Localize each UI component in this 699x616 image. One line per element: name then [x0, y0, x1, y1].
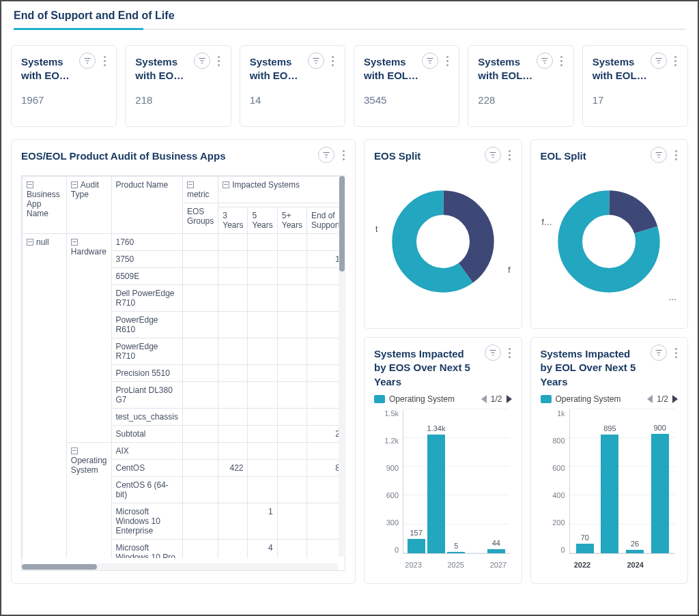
more-icon[interactable]	[328, 56, 338, 66]
donut-label-right: …	[668, 293, 676, 302]
panel-title: EOS/EOL Product Audit of Business Apps	[21, 149, 345, 163]
audit-table-header: Business App Name Audit Type Product Nam…	[23, 177, 345, 234]
legend-label: Operating System	[556, 394, 621, 404]
dashboard-frame: End of Support and End of Life Systems w…	[0, 0, 699, 616]
audit-table-body: nullHardware1760375016509EDell PowerEdge…	[23, 234, 345, 559]
audit-table[interactable]: Business App Name Audit Type Product Nam…	[22, 176, 345, 558]
donut-label-left: t	[375, 224, 377, 234]
more-icon[interactable]	[557, 56, 567, 66]
legend-label: Operating System	[389, 394, 455, 404]
header: End of Support and End of Life	[1, 1, 698, 30]
col-metric: metric	[187, 190, 210, 199]
kpi-card-3[interactable]: Systems with EOL… 3545	[354, 45, 459, 127]
kpi-card-2[interactable]: Systems with EO… 14	[240, 45, 345, 127]
kpi-card-5[interactable]: Systems with EOL… 17	[582, 45, 688, 127]
kpi-card-4[interactable]: Systems with EOL… 228	[468, 45, 573, 127]
eos-bar-chart[interactable]: 1.5k1.2k90060030001571.34k54420232025202…	[374, 409, 512, 573]
collapse-icon[interactable]	[71, 239, 78, 246]
collapse-icon[interactable]	[27, 239, 33, 246]
eol-bars-panel: Systems Impacted by EOL Over Next 5 Year…	[530, 337, 689, 584]
filter-icon[interactable]	[651, 53, 667, 69]
kpi-value: 1967	[21, 94, 106, 106]
active-tab-indicator	[14, 28, 143, 30]
collapse-icon[interactable]	[187, 181, 194, 188]
more-icon[interactable]	[339, 150, 348, 160]
more-icon[interactable]	[671, 56, 681, 66]
collapse-icon[interactable]	[27, 181, 33, 188]
legend-row: Operating System 1/2	[374, 394, 512, 404]
eol-split-panel: EOL Split f… …	[530, 139, 689, 329]
eol-bar-chart[interactable]: 1k8006004002000708952690020222024	[541, 409, 679, 573]
filter-icon[interactable]	[194, 53, 210, 69]
more-icon[interactable]	[214, 56, 224, 66]
pager: 1/2	[647, 394, 678, 404]
donut-label-left: f…	[542, 218, 552, 227]
pager-next-icon[interactable]	[507, 395, 512, 403]
legend-swatch	[374, 395, 385, 403]
kpi-value: 17	[593, 94, 678, 106]
donut-label-right: f	[508, 265, 510, 275]
pager-prev-icon[interactable]	[481, 395, 487, 403]
right-column: EOS Split t f EOL Split f… …	[364, 139, 688, 584]
kpi-value: 14	[250, 94, 335, 106]
col-y3: 3 Years	[223, 211, 243, 230]
filter-icon[interactable]	[422, 53, 438, 69]
more-icon[interactable]	[442, 56, 452, 66]
filter-icon[interactable]	[485, 147, 501, 163]
donut-svg	[392, 190, 494, 293]
pager-prev-icon[interactable]	[647, 395, 653, 403]
col-y5: 5 Years	[252, 211, 272, 230]
kpi-value: 228	[478, 94, 563, 106]
pager-text: 1/2	[657, 394, 668, 404]
eos-donut-chart[interactable]: t f	[374, 177, 512, 306]
svg-point-3	[570, 203, 648, 280]
kpi-card-1[interactable]: Systems with EO… 218	[125, 45, 231, 127]
pager: 1/2	[481, 394, 512, 404]
more-icon[interactable]	[100, 56, 109, 66]
more-icon[interactable]	[671, 348, 681, 358]
vertical-scrollbar[interactable]	[339, 176, 345, 557]
main-grid: EOS/EOL Product Audit of Business Apps B…	[1, 134, 698, 584]
col-eos-groups: EOS Groups	[187, 207, 214, 226]
svg-point-1	[404, 203, 482, 280]
kpi-value: 218	[135, 94, 220, 106]
pager-text: 1/2	[491, 394, 502, 404]
filter-icon[interactable]	[318, 147, 334, 163]
donut-svg	[558, 190, 660, 293]
header-tab-strip	[14, 29, 685, 30]
pager-next-icon[interactable]	[672, 395, 678, 403]
filter-icon[interactable]	[308, 53, 324, 69]
horizontal-scrollbar[interactable]	[22, 563, 338, 570]
col-end-support: End of Support	[311, 211, 340, 230]
kpi-row: Systems with EO… 1967 Systems with EO… 2…	[1, 30, 698, 134]
more-icon[interactable]	[671, 150, 681, 160]
col-impacted: Impacted Systems	[232, 180, 300, 190]
filter-icon[interactable]	[651, 344, 667, 361]
audit-panel: EOS/EOL Product Audit of Business Apps B…	[11, 139, 356, 584]
filter-icon[interactable]	[651, 147, 667, 163]
col-business-app: Business App Name	[27, 190, 60, 218]
col-product-name: Product Name	[116, 180, 169, 190]
table-row[interactable]: nullHardware1760	[23, 234, 345, 251]
audit-table-wrap: Business App Name Audit Type Product Nam…	[21, 175, 345, 571]
more-icon[interactable]	[505, 150, 515, 160]
col-y5p: 5+ Years	[282, 211, 302, 230]
page-title: End of Support and End of Life	[14, 10, 685, 22]
filter-icon[interactable]	[79, 53, 96, 69]
eos-split-panel: EOS Split t f	[364, 139, 522, 329]
legend-swatch	[541, 395, 552, 403]
more-icon[interactable]	[505, 348, 515, 358]
kpi-value: 3545	[364, 94, 449, 106]
legend-row: Operating System 1/2	[541, 394, 679, 404]
collapse-icon[interactable]	[71, 448, 78, 454]
eol-donut-chart[interactable]: f… …	[541, 177, 679, 306]
filter-icon[interactable]	[485, 344, 501, 361]
collapse-icon[interactable]	[223, 181, 229, 188]
eos-bars-panel: Systems Impacted by EOS Over Next 5 Year…	[364, 337, 522, 584]
table-row[interactable]: Operating SystemAIX	[23, 443, 345, 460]
filter-icon[interactable]	[537, 53, 553, 69]
collapse-icon[interactable]	[71, 181, 78, 188]
kpi-card-0[interactable]: Systems with EO… 1967	[11, 45, 117, 127]
